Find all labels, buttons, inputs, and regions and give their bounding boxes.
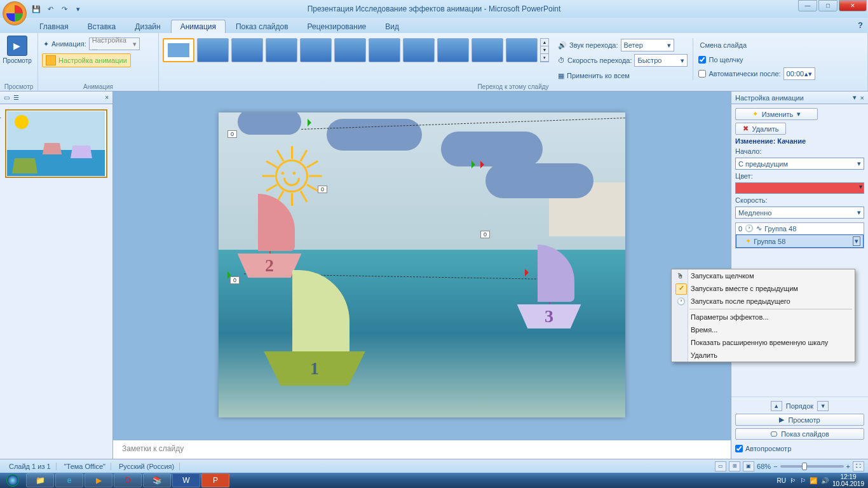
slide-thumbnail-1[interactable]: 1 — [5, 109, 107, 178]
transition-option[interactable] — [403, 38, 435, 62]
transition-sound-combo[interactable]: Ветер▾ — [621, 39, 674, 51]
status-theme[interactable]: "Тема Office" — [59, 463, 111, 470]
tab-animation[interactable]: Анимация — [171, 20, 226, 33]
auto-after-time[interactable]: 00:00▴▾ — [783, 67, 815, 80]
apply-to-all-button[interactable]: ▦Применить ко всем — [557, 69, 689, 83]
zoom-in-button[interactable]: + — [846, 463, 850, 470]
ctx-effect-options[interactable]: Параметры эффектов... — [672, 311, 855, 323]
slides-tab-icon[interactable]: ▭ — [4, 94, 10, 101]
tab-review[interactable]: Рецензирование — [299, 20, 376, 33]
transition-option[interactable] — [369, 38, 400, 62]
slideshow-view-button[interactable]: ▣ — [743, 461, 754, 471]
taskbar-winrar-icon[interactable]: 📚 — [143, 473, 171, 487]
taskbar-word-icon[interactable]: W — [172, 473, 200, 487]
boat-3-shape[interactable]: 3 — [511, 304, 587, 329]
change-effect-button[interactable]: ✦Изменить▾ — [735, 108, 818, 120]
delete-effect-button[interactable]: ✖Удалить — [735, 123, 786, 135]
animation-item[interactable]: 0🕐∿Группа 48 — [736, 223, 864, 234]
taskbar-ie-icon[interactable]: e — [55, 473, 83, 487]
boat-1-shape[interactable]: 1 — [254, 351, 375, 386]
ctx-timing[interactable]: Время... — [672, 323, 855, 336]
taskbar-opera-icon[interactable]: O — [114, 473, 142, 487]
play-button[interactable]: ▶Просмотр — [735, 414, 864, 426]
ctx-delete[interactable]: Удалить — [672, 349, 855, 362]
transition-option[interactable] — [471, 38, 503, 62]
anim-tag[interactable]: 0 — [480, 231, 490, 238]
save-icon[interactable]: 💾 — [31, 3, 42, 15]
close-pane-icon[interactable]: × — [105, 94, 109, 101]
tab-insert[interactable]: Вставка — [79, 20, 125, 33]
zoom-level[interactable]: 68% — [757, 463, 771, 470]
taskbar-explorer-icon[interactable]: 📁 — [26, 473, 54, 487]
tray-flag-icon[interactable]: 🏳 — [790, 477, 796, 484]
minimize-button[interactable]: — — [798, 0, 817, 11]
close-anim-pane-icon[interactable]: × — [860, 94, 864, 102]
undo-icon[interactable]: ↶ — [44, 3, 56, 15]
star-icon: ✦ — [43, 40, 49, 48]
transition-gallery-scroll[interactable]: ▲▼▾ — [540, 38, 549, 62]
sorter-view-button[interactable]: ⊞ — [729, 461, 740, 471]
redo-icon[interactable]: ↷ — [58, 3, 70, 15]
pane-dropdown-icon[interactable]: ▾ — [853, 93, 857, 102]
auto-after-checkbox[interactable]: Автоматически после:00:00▴▾ — [698, 67, 815, 80]
tab-design[interactable]: Дизайн — [126, 20, 169, 33]
normal-view-button[interactable]: ▭ — [715, 461, 726, 471]
move-up-button[interactable]: ▲ — [771, 401, 782, 411]
ctx-show-timeline[interactable]: Показать расширенную временную шкалу — [672, 336, 855, 349]
slide[interactable]: • • 2 3 1 0 0 0 — [219, 112, 625, 417]
transition-option[interactable] — [231, 38, 263, 62]
group-label-preview: Просмотр — [4, 83, 34, 91]
taskbar-media-icon[interactable]: ▶ — [85, 473, 112, 487]
screen-icon: 🖵 — [770, 430, 777, 438]
preview-button[interactable]: Просмотр — [4, 34, 31, 65]
animation-item-selected[interactable]: 0✦Группа 58▾ — [736, 234, 864, 248]
start-combo[interactable]: С предыдущим▾ — [735, 158, 864, 170]
zoom-slider[interactable] — [780, 465, 844, 468]
fit-to-window-button[interactable]: ⛶ — [853, 461, 864, 471]
zoom-out-button[interactable]: − — [773, 463, 777, 470]
tab-view[interactable]: Вид — [376, 20, 408, 33]
ctx-start-onclick[interactable]: 🖱Запускать щелчком — [672, 269, 855, 282]
tray-volume-icon[interactable]: 🔊 — [821, 477, 829, 484]
ctx-start-with-previous[interactable]: Запускать вместе с предыдущим — [672, 282, 855, 295]
transition-option[interactable] — [266, 38, 297, 62]
move-down-button[interactable]: ▼ — [817, 401, 829, 411]
tab-home[interactable]: Главная — [31, 20, 78, 33]
status-language[interactable]: Русский (Россия) — [114, 463, 180, 470]
speed-combo[interactable]: Медленно▾ — [735, 207, 864, 219]
transition-option[interactable] — [437, 38, 469, 62]
close-button[interactable]: ✕ — [839, 0, 867, 11]
on-click-checkbox[interactable]: По щелчку — [698, 53, 815, 66]
notes-pane[interactable]: Заметки к слайду — [113, 438, 731, 459]
slide-canvas-area[interactable]: • • 2 3 1 0 0 0 0 — [113, 92, 731, 438]
tray-action-icon[interactable]: ⚐ — [800, 477, 806, 484]
ribbon-help-icon[interactable]: ? — [858, 20, 863, 30]
office-button[interactable] — [3, 1, 27, 25]
tray-network-icon[interactable]: 📶 — [810, 477, 817, 484]
anim-tag[interactable]: 0 — [318, 186, 327, 193]
taskbar-powerpoint-icon[interactable]: P — [201, 473, 229, 487]
outline-tab-icon[interactable]: ☰ — [13, 94, 19, 101]
tray-clock[interactable]: 12:1910.04.2019 — [832, 473, 864, 487]
status-slide-number[interactable]: Слайд 1 из 1 — [4, 463, 57, 470]
animation-combo[interactable]: Настройка ...▾ — [89, 37, 140, 50]
transition-option[interactable] — [300, 38, 332, 62]
transition-speed-combo[interactable]: Быстро▾ — [634, 54, 688, 67]
ctx-start-after-previous[interactable]: 🕐Запускать после предыдущего — [672, 295, 855, 308]
transition-option[interactable] — [334, 38, 366, 62]
transition-option[interactable] — [197, 38, 229, 62]
color-combo[interactable] — [735, 182, 864, 194]
start-button[interactable] — [0, 473, 25, 488]
tray-language[interactable]: RU — [776, 477, 785, 484]
slideshow-button[interactable]: 🖵Показ слайдов — [735, 428, 864, 440]
transition-option[interactable] — [506, 38, 538, 62]
qat-dropdown-icon[interactable]: ▾ — [72, 3, 84, 15]
custom-animation-button[interactable]: Настройка анимации — [42, 53, 131, 67]
anim-tag[interactable]: 0 — [230, 276, 240, 284]
tab-slideshow[interactable]: Показ слайдов — [227, 20, 297, 33]
maximize-button[interactable]: □ — [818, 0, 837, 11]
anim-tag[interactable]: 0 — [227, 130, 237, 138]
transition-none[interactable] — [163, 38, 194, 62]
item-dropdown-icon[interactable]: ▾ — [853, 236, 860, 246]
autoplay-checkbox[interactable]: Автопросмотр — [735, 442, 864, 455]
